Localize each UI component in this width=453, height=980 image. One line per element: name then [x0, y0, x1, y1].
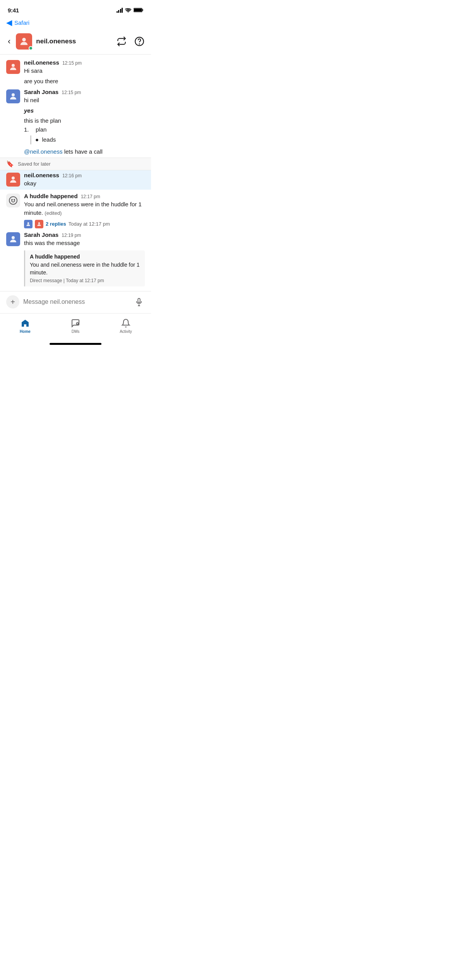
svg-point-13 — [38, 222, 40, 224]
message-text: You and neil.oneness were in the huddle … — [24, 200, 145, 218]
saved-text: Saved for later — [18, 161, 51, 167]
bullet-border: ● leads — [30, 135, 56, 144]
svg-point-8 — [12, 176, 15, 180]
wifi-icon — [125, 8, 131, 12]
list-text: plan — [36, 125, 46, 134]
svg-point-9 — [9, 197, 17, 204]
message-text: hi neil — [24, 96, 145, 105]
svg-rect-2 — [134, 9, 142, 12]
online-indicator — [29, 46, 33, 50]
replies-row: 2 replies Today at 12:17 pm — [24, 220, 145, 228]
svg-point-10 — [12, 199, 12, 200]
message-header: neil.oneness 12:16 pm — [24, 172, 145, 178]
message-row: neil.oneness 12:15 pm Hi sara are you th… — [0, 58, 151, 87]
contact-avatar-icon — [19, 36, 29, 47]
neil-avatar-icon — [9, 62, 18, 72]
audio-button[interactable] — [134, 36, 145, 47]
message-text: are you there — [24, 77, 145, 86]
nav-home-label: Home — [20, 329, 31, 334]
svg-point-18 — [77, 323, 79, 325]
reply-avatar-neil — [35, 220, 43, 228]
nav-activity[interactable]: Activity — [101, 317, 151, 335]
contact-avatar — [16, 33, 32, 50]
message-sender: Sarah Jonas — [24, 89, 58, 95]
message-content: A huddle happened 12:17 pm You and neil.… — [24, 193, 145, 228]
edited-tag: (edited) — [45, 210, 62, 216]
reshare-button[interactable] — [116, 36, 127, 47]
message-text: this is the plan — [24, 117, 145, 125]
bottom-nav: Home DMs Activity — [0, 313, 151, 343]
message-header: Sarah Jonas 12:15 pm — [24, 89, 145, 95]
message-row: A huddle happened 12:17 pm You and neil.… — [0, 190, 151, 230]
activity-icon — [121, 318, 131, 328]
add-button[interactable]: + — [6, 295, 19, 308]
sarah-avatar-icon — [9, 92, 18, 101]
quoted-meta: Direct message | Today at 12:17 pm — [30, 278, 140, 283]
message-text: this was the message — [24, 239, 145, 248]
message-row: Sarah Jonas 12:19 pm this was the messag… — [0, 230, 151, 288]
saved-banner: 🔖 Saved for later — [0, 158, 151, 170]
back-button[interactable]: ‹ — [6, 35, 12, 48]
home-svg — [21, 319, 30, 328]
status-bar: 9:41 — [0, 0, 151, 17]
nav-dms-label: DMs — [72, 329, 80, 334]
dms-svg — [71, 319, 80, 328]
neil-avatar — [6, 60, 20, 74]
neil-avatar — [6, 173, 20, 187]
message-mention: @neil.oneness lets have a call — [24, 147, 145, 156]
message-time: 12:17 pm — [81, 194, 100, 199]
safari-label[interactable]: Safari — [14, 19, 29, 26]
neil-avatar-icon — [9, 175, 18, 184]
reply-neil-icon — [36, 221, 42, 227]
svg-point-5 — [139, 44, 139, 44]
messages-container: neil.oneness 12:15 pm Hi sara are you th… — [0, 55, 151, 291]
message-content: Sarah Jonas 12:19 pm this was the messag… — [24, 231, 145, 287]
reply-sarah-icon — [26, 221, 31, 227]
mention-suffix: lets have a call — [62, 148, 102, 155]
svg-point-3 — [22, 38, 26, 41]
safari-back-icon[interactable]: ◀ — [6, 18, 12, 27]
nav-home[interactable]: Home — [0, 317, 50, 335]
dms-icon — [70, 318, 81, 328]
home-icon — [20, 318, 30, 328]
message-time: 12:19 pm — [62, 233, 81, 238]
status-time: 9:41 — [8, 7, 19, 14]
message-time: 12:15 pm — [62, 60, 82, 66]
mic-button[interactable] — [133, 296, 145, 308]
svg-point-14 — [12, 236, 15, 239]
message-input[interactable] — [23, 298, 129, 305]
svg-point-6 — [12, 64, 15, 67]
reply-avatar-sarah — [24, 220, 33, 228]
message-header: A huddle happened 12:17 pm — [24, 193, 145, 199]
message-row: neil.oneness 12:16 pm okay — [0, 170, 151, 190]
huddle-icon — [9, 196, 18, 205]
status-icons — [117, 8, 144, 13]
sarah-avatar-icon — [9, 235, 18, 244]
message-content: neil.oneness 12:16 pm okay — [24, 172, 145, 188]
mic-icon — [135, 298, 143, 306]
message-time: 12:15 pm — [62, 90, 81, 95]
message-input-area: + — [0, 291, 151, 313]
huddle-avatar — [6, 194, 20, 207]
mention-link[interactable]: @neil.oneness — [24, 148, 62, 155]
reply-time: Today at 12:17 pm — [69, 221, 110, 227]
signal-icon — [117, 8, 123, 13]
message-content: neil.oneness 12:15 pm Hi sara are you th… — [24, 59, 145, 86]
header-actions — [116, 36, 145, 47]
message-row: Sarah Jonas 12:15 pm hi neil yes this is… — [0, 87, 151, 158]
chat-header: ‹ neil.oneness — [0, 30, 151, 55]
message-content: Sarah Jonas 12:15 pm hi neil yes this is… — [24, 89, 145, 156]
reply-count[interactable]: 2 replies — [46, 221, 66, 227]
list-item: 1. plan — [24, 125, 145, 134]
sarah-avatar — [6, 232, 20, 246]
quoted-title: A huddle happened — [30, 254, 140, 260]
list-number: 1. — [24, 125, 33, 134]
home-indicator — [50, 343, 101, 345]
nav-activity-label: Activity — [120, 329, 132, 334]
svg-rect-1 — [142, 9, 143, 11]
nav-dms[interactable]: DMs — [50, 317, 101, 335]
message-text: okay — [24, 179, 145, 188]
contact-name: neil.oneness — [36, 38, 112, 45]
sarah-avatar — [6, 89, 20, 103]
message-sender: Sarah Jonas — [24, 231, 58, 238]
